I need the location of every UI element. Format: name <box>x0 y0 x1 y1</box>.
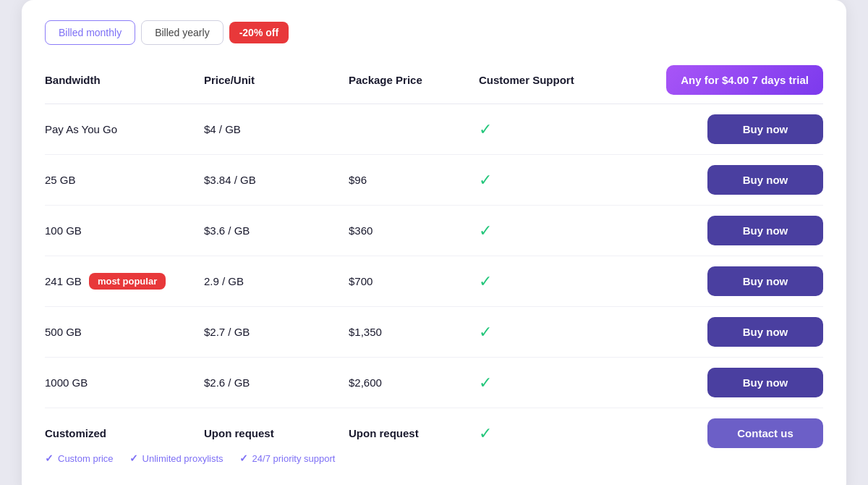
header-trial: Any for $4.00 7 days trial <box>638 65 823 95</box>
price-unit-cell: $3.6 / GB <box>204 224 349 237</box>
support-cell: ✓ <box>479 323 638 342</box>
table-row: 241 GB most popular 2.9 / GB $700 ✓ Buy … <box>45 256 823 307</box>
table-body: Pay As You Go $4 / GB ✓ Buy now 25 GB $3… <box>45 104 823 474</box>
action-cell: Buy now <box>638 368 823 397</box>
buy-now-button[interactable]: Buy now <box>707 114 823 144</box>
support-cell: ✓ <box>479 272 638 291</box>
table-row: 100 GB $3.6 / GB $360 ✓ Buy now <box>45 206 823 256</box>
package-price-cell: $700 <box>349 275 479 287</box>
feature-check-icon: ✓ <box>239 452 248 464</box>
discount-badge[interactable]: -20% off <box>229 22 289 43</box>
header-price-unit: Price/Unit <box>204 74 349 86</box>
bandwidth-value: 241 GB <box>45 275 82 287</box>
buy-now-button[interactable]: Buy now <box>707 317 823 347</box>
package-price-cell: $96 <box>349 174 479 186</box>
feature-check-icon: ✓ <box>45 452 54 464</box>
bandwidth-cell: 500 GB <box>45 326 204 338</box>
price-unit-cell: $2.6 / GB <box>204 376 349 389</box>
buy-now-button[interactable]: Buy now <box>707 216 823 245</box>
feature-label: 24/7 priority support <box>252 453 336 464</box>
table-row: 1000 GB $2.6 / GB $2,600 ✓ Buy now <box>45 358 823 408</box>
package-price-cell: $360 <box>349 224 479 237</box>
feature-label: Unlimited proxylists <box>142 453 224 464</box>
support-cell: ✓ <box>479 120 638 139</box>
feature-priority-support: ✓ 24/7 priority support <box>239 452 336 464</box>
price-unit-cell: $4 / GB <box>204 123 349 135</box>
bandwidth-value: Customized <box>45 427 106 439</box>
check-icon: ✓ <box>479 222 492 240</box>
contact-us-button[interactable]: Contact us <box>707 418 823 448</box>
check-icon: ✓ <box>479 374 492 392</box>
check-icon: ✓ <box>479 171 492 189</box>
check-icon: ✓ <box>479 120 492 138</box>
billing-toggle: Billed monthly Billed yearly -20% off <box>45 20 823 45</box>
bandwidth-cell: 241 GB most popular <box>45 273 204 290</box>
package-price-cell: $1,350 <box>349 326 479 338</box>
check-icon: ✓ <box>479 272 492 290</box>
bandwidth-value: 500 GB <box>45 326 82 338</box>
pricing-card: Billed monthly Billed yearly -20% off Ba… <box>22 0 846 485</box>
table-row: 25 GB $3.84 / GB $96 ✓ Buy now <box>45 155 823 206</box>
header-customer-support: Customer Support <box>479 74 638 86</box>
bandwidth-cell-customized: Customized <box>45 427 204 439</box>
table-row-customized: Customized Upon request Upon request ✓ C… <box>45 408 823 448</box>
action-cell: Buy now <box>638 114 823 144</box>
customized-features: ✓ Custom price ✓ Unlimited proxylists ✓ … <box>45 448 823 474</box>
trial-button[interactable]: Any for $4.00 7 days trial <box>666 65 823 95</box>
most-popular-badge: most popular <box>89 273 166 290</box>
bandwidth-value: 25 GB <box>45 174 76 186</box>
check-icon: ✓ <box>479 323 492 341</box>
bandwidth-cell: 25 GB <box>45 174 204 186</box>
bandwidth-cell: 100 GB <box>45 224 204 237</box>
support-cell: ✓ <box>479 222 638 240</box>
table-row: Pay As You Go $4 / GB ✓ Buy now <box>45 104 823 155</box>
action-cell: Buy now <box>638 165 823 195</box>
feature-check-icon: ✓ <box>129 452 138 464</box>
header-package-price: Package Price <box>349 74 479 86</box>
package-price-cell-customized: Upon request <box>349 427 479 439</box>
package-price-cell: $2,600 <box>349 376 479 389</box>
price-unit-cell-customized: Upon request <box>204 427 349 439</box>
bandwidth-value: 100 GB <box>45 224 82 237</box>
billing-monthly-option[interactable]: Billed monthly <box>45 20 135 45</box>
action-cell-customized: Contact us <box>638 418 823 448</box>
action-cell: Buy now <box>638 216 823 245</box>
feature-label: Custom price <box>58 453 114 464</box>
feature-custom-price: ✓ Custom price <box>45 452 114 464</box>
billing-yearly-option[interactable]: Billed yearly <box>141 20 223 45</box>
bandwidth-value: 1000 GB <box>45 376 88 389</box>
table-row: 500 GB $2.7 / GB $1,350 ✓ Buy now <box>45 307 823 358</box>
support-cell: ✓ <box>479 374 638 392</box>
support-cell: ✓ <box>479 171 638 190</box>
buy-now-button[interactable]: Buy now <box>707 165 823 195</box>
support-cell-customized: ✓ <box>479 424 638 443</box>
price-unit-cell: $2.7 / GB <box>204 326 349 338</box>
buy-now-button[interactable]: Buy now <box>707 266 823 296</box>
buy-now-button[interactable]: Buy now <box>707 368 823 397</box>
feature-unlimited-proxylists: ✓ Unlimited proxylists <box>129 452 224 464</box>
bandwidth-cell: Pay As You Go <box>45 123 204 135</box>
price-unit-cell: 2.9 / GB <box>204 275 349 287</box>
action-cell: Buy now <box>638 317 823 347</box>
check-icon: ✓ <box>479 424 492 442</box>
bandwidth-value: Pay As You Go <box>45 123 117 135</box>
action-cell: Buy now <box>638 266 823 296</box>
table-header: Bandwidth Price/Unit Package Price Custo… <box>45 65 823 104</box>
bandwidth-cell: 1000 GB <box>45 376 204 389</box>
price-unit-cell: $3.84 / GB <box>204 174 349 186</box>
header-bandwidth: Bandwidth <box>45 74 204 86</box>
